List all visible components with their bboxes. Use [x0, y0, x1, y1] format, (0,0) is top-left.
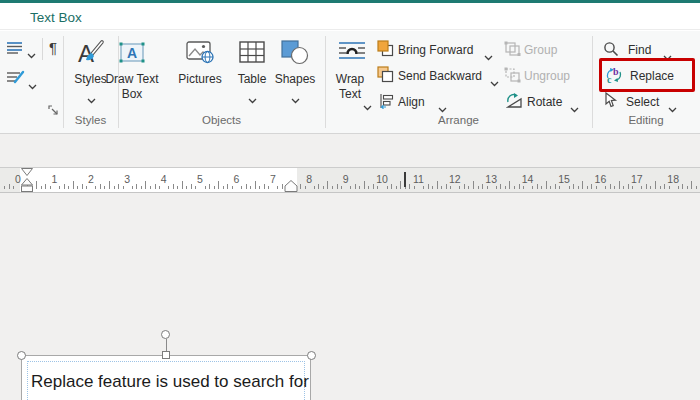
ruler-tick	[173, 184, 174, 189]
ruler-tick	[182, 181, 183, 189]
chevron-down-icon[interactable]	[291, 90, 300, 108]
bring-forward-button[interactable]: Bring Forward	[398, 43, 473, 57]
ruler-tick	[277, 186, 278, 189]
ungroup-button-disabled[interactable]: Ungroup	[524, 69, 570, 83]
ruler-tick	[41, 186, 42, 189]
text-line: Replace feature is used to search for	[31, 369, 309, 395]
styles-icon: A	[77, 39, 105, 71]
dialog-launcher-icon[interactable]	[48, 102, 59, 120]
ruler-tick	[473, 181, 474, 189]
ruler-tick	[359, 186, 360, 189]
ruler-tick	[168, 186, 169, 189]
contextual-tab-text-box[interactable]: Text Box	[30, 10, 82, 25]
ruler-tick	[255, 181, 256, 189]
ruler-number: 1	[51, 173, 57, 185]
align-button[interactable]: Align	[398, 95, 425, 109]
ruler-tick	[446, 184, 447, 189]
chevron-down-icon[interactable]	[27, 45, 36, 63]
ruler-tick	[282, 184, 283, 189]
ruler-tick	[246, 184, 247, 189]
ruler-tick	[509, 181, 510, 189]
ruler-tick	[646, 184, 647, 189]
draw-text-box-button[interactable]: Draw Text Box	[104, 72, 160, 101]
ruler-tick	[505, 186, 506, 189]
ruler-number: 14	[522, 173, 534, 185]
indent-markers-icon[interactable]	[20, 168, 34, 197]
ruler-tick	[214, 186, 215, 189]
resize-handle-top-left[interactable]	[17, 351, 26, 360]
ruler-tick	[582, 181, 583, 189]
ruler-tick	[186, 186, 187, 189]
resize-handle-top-right[interactable]	[307, 351, 316, 360]
ruler-tick	[409, 184, 410, 189]
pictures-button[interactable]: Pictures	[168, 72, 232, 87]
chevron-down-icon[interactable]	[363, 97, 372, 115]
select-button[interactable]: Select	[626, 95, 659, 109]
replace-button[interactable]: Replace	[630, 69, 674, 83]
draw-text-box-icon: A	[117, 40, 147, 69]
mini-separator	[42, 38, 43, 60]
ruler-tick	[619, 181, 620, 189]
ruler-tick	[264, 184, 265, 189]
ruler-tick	[150, 186, 151, 189]
ruler-tick	[573, 184, 574, 189]
ruler-tick	[387, 186, 388, 189]
ruler-tick	[305, 186, 306, 189]
ruler-tick	[650, 186, 651, 189]
send-backward-icon	[377, 66, 394, 87]
styles-group-label: Styles	[63, 114, 118, 126]
ruler-tick	[141, 186, 142, 189]
ruler-tick	[437, 181, 438, 189]
ruler-tick	[136, 184, 137, 189]
rotation-handle-stem	[166, 339, 167, 351]
ruler-tick	[350, 186, 351, 189]
ruler-tick	[341, 186, 342, 189]
text-box-content[interactable]: Replace feature is used to search for te…	[31, 369, 309, 400]
ruler-tick	[318, 184, 319, 189]
ruler-tick	[610, 184, 611, 189]
ruler-tick	[587, 186, 588, 189]
ruler-tick	[241, 186, 242, 189]
ruler-tick	[464, 184, 465, 189]
ruler-tick	[95, 186, 96, 189]
ruler-number: 8	[306, 173, 312, 185]
find-button[interactable]: Find	[628, 43, 651, 57]
svg-text:b: b	[613, 66, 619, 77]
ruler-tick	[400, 181, 401, 189]
chevron-down-icon[interactable]	[28, 76, 37, 94]
ruler-number: 13	[485, 173, 497, 185]
chevron-down-icon[interactable]	[248, 90, 257, 108]
ruler-tick	[519, 184, 520, 189]
rotation-handle[interactable]	[161, 330, 170, 339]
horizontal-ruler[interactable]: 0123456789101112131415161718	[0, 167, 700, 193]
ruler-tick	[159, 186, 160, 189]
resize-handle-top-center[interactable]	[162, 351, 170, 359]
ruler-tick	[628, 184, 629, 189]
ruler-tick	[532, 186, 533, 189]
pilcrow-icon[interactable]: ¶	[49, 39, 57, 56]
chevron-down-icon[interactable]	[484, 47, 493, 65]
pictures-icon	[186, 40, 214, 68]
select-icon	[604, 92, 618, 112]
ruler-tick	[428, 184, 429, 189]
shapes-button[interactable]: Shapes	[272, 72, 318, 87]
ruler-tick	[482, 184, 483, 189]
text-highlight-icon[interactable]	[6, 70, 25, 89]
chevron-down-icon[interactable]	[87, 90, 96, 108]
table-icon	[239, 41, 265, 67]
right-indent-marker-icon[interactable]	[284, 179, 298, 197]
ruler-tick	[487, 186, 488, 189]
ruler-tick	[641, 186, 642, 189]
line-spacing-icon[interactable]	[6, 40, 23, 58]
arrange-group-label: Arrange	[325, 114, 592, 126]
chevron-down-icon[interactable]	[663, 47, 672, 65]
ruler-tab-stop-marker[interactable]	[404, 172, 406, 187]
ruler-tick	[145, 181, 146, 189]
ruler-tick	[300, 184, 301, 189]
ruler-tick	[332, 186, 333, 189]
rotate-button[interactable]: Rotate	[527, 95, 562, 109]
chevron-down-icon[interactable]	[490, 73, 499, 91]
group-button-disabled[interactable]: Group	[524, 43, 557, 57]
send-backward-button[interactable]: Send Backward	[398, 69, 482, 83]
table-button[interactable]: Table	[232, 72, 272, 87]
